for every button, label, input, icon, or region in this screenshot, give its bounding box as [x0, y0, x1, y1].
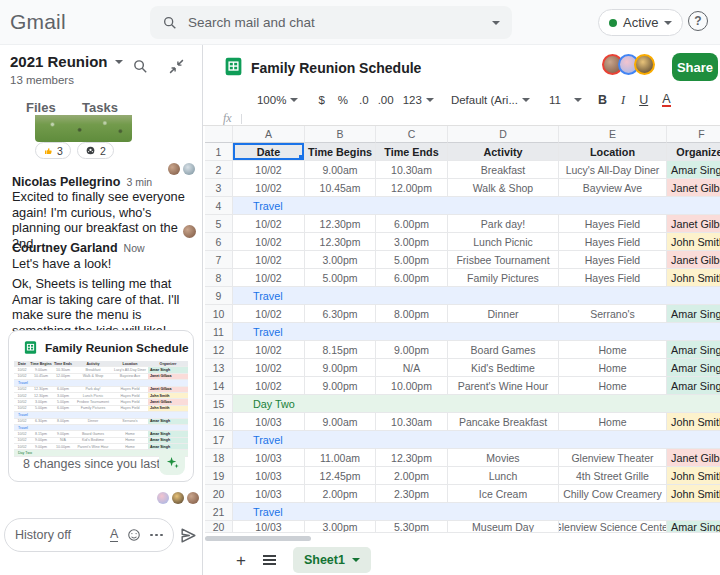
data-cell[interactable]: 10/02 — [233, 359, 305, 377]
data-cell[interactable]: Ice Cream — [448, 485, 559, 503]
data-cell[interactable]: Hayes Field — [559, 251, 667, 269]
font-size-selector[interactable]: 11 — [549, 94, 582, 106]
row-number[interactable]: 15 — [205, 395, 233, 413]
data-cell[interactable]: Hayes Field — [559, 215, 667, 233]
data-cell[interactable]: 5.30pm — [376, 521, 448, 533]
row-number[interactable]: 20 — [205, 485, 233, 503]
zoom-selector[interactable]: 100% — [257, 94, 298, 106]
banner-cell[interactable]: Travel — [233, 323, 720, 341]
data-cell[interactable]: Frisbee Tournament — [448, 251, 559, 269]
row-number[interactable]: 19 — [205, 467, 233, 485]
data-cell[interactable]: 10/03 — [233, 449, 305, 467]
tab-tasks[interactable]: Tasks — [82, 100, 118, 115]
data-cell[interactable]: 12.00pm — [376, 179, 448, 197]
data-cell[interactable]: 10/02 — [233, 161, 305, 179]
sheet-tab[interactable]: Sheet1 — [293, 547, 371, 573]
data-cell[interactable]: 12.45pm — [305, 467, 376, 485]
column-header-E[interactable]: E — [559, 126, 667, 143]
data-cell[interactable]: 10/03 — [233, 521, 305, 533]
data-cell[interactable]: Lunch — [448, 467, 559, 485]
row-number[interactable]: 10 — [205, 305, 233, 323]
data-cell[interactable]: Kid's Bedtime — [448, 359, 559, 377]
share-button[interactable]: Share — [672, 53, 718, 81]
row-number[interactable]: 18 — [205, 449, 233, 467]
tab-files[interactable]: Files — [26, 100, 56, 115]
data-cell[interactable]: 10/02 — [233, 251, 305, 269]
data-cell[interactable]: 10/03 — [233, 485, 305, 503]
row-number[interactable]: 20 — [205, 521, 233, 533]
corner-cell[interactable] — [205, 126, 233, 143]
organizer-cell[interactable]: Amar Singh — [667, 359, 720, 377]
data-cell[interactable]: Park day! — [448, 215, 559, 233]
font-selector[interactable]: Default (Ari... — [451, 94, 530, 106]
number-format-menu[interactable]: 123 — [403, 94, 434, 106]
row-number[interactable]: 14 — [205, 377, 233, 395]
underline-button[interactable]: U — [639, 93, 648, 107]
data-cell[interactable]: Breakfast — [448, 161, 559, 179]
data-cell[interactable]: Home — [559, 413, 667, 431]
data-cell[interactable]: 3.00pm — [305, 521, 376, 533]
data-cell[interactable]: Parent's Wine Hour — [448, 377, 559, 395]
decrease-decimal-button[interactable]: .0 — [359, 94, 369, 106]
data-cell[interactable]: 8.00pm — [376, 305, 448, 323]
organizer-cell[interactable]: Amar Singh — [667, 341, 720, 359]
row-number[interactable]: 5 — [205, 215, 233, 233]
row-number[interactable]: 8 — [205, 269, 233, 287]
organizer-cell[interactable]: Amar Singh — [667, 161, 720, 179]
data-cell[interactable]: 5.00pm — [376, 251, 448, 269]
header-cell-date[interactable]: Date — [233, 143, 305, 161]
reaction-chip[interactable]: 3 — [35, 142, 71, 159]
data-cell[interactable]: Glenview Science Center — [559, 521, 667, 533]
organizer-cell[interactable]: Amar Singh — [667, 521, 720, 533]
reaction-chip[interactable]: 2 — [77, 142, 114, 159]
organizer-cell[interactable]: John Smith — [667, 269, 720, 287]
row-number[interactable]: 13 — [205, 359, 233, 377]
text-color-button[interactable]: A — [662, 93, 670, 107]
data-cell[interactable]: 10/02 — [233, 269, 305, 287]
ai-summary-button[interactable] — [159, 449, 185, 475]
emoji-icon[interactable] — [127, 528, 141, 542]
data-cell[interactable]: 12.30pm — [376, 449, 448, 467]
row-number[interactable]: 6 — [205, 233, 233, 251]
send-icon[interactable] — [179, 526, 198, 545]
banner-cell[interactable]: Travel — [233, 287, 720, 305]
data-cell[interactable]: Home — [559, 377, 667, 395]
data-cell[interactable]: 9.00pm — [305, 359, 376, 377]
shared-photo-thumbnail[interactable] — [35, 115, 132, 142]
organizer-cell[interactable]: Amar Singh — [667, 377, 720, 395]
data-cell[interactable]: 10/02 — [233, 341, 305, 359]
data-cell[interactable]: Pancake Breakfast — [448, 413, 559, 431]
format-percent-button[interactable]: % — [338, 94, 348, 106]
space-name-menu[interactable]: 2021 Reunion — [10, 53, 123, 70]
organizer-cell[interactable]: John Smith — [667, 485, 720, 503]
formula-bar[interactable]: fx — [203, 112, 720, 126]
header-cell-activity[interactable]: Activity — [448, 143, 559, 161]
column-header-C[interactable]: C — [376, 126, 448, 143]
gmail-logo[interactable]: Gmail — [10, 10, 66, 34]
organizer-cell[interactable]: Janet Gilboa — [667, 179, 720, 197]
data-cell[interactable]: 10.30am — [376, 413, 448, 431]
data-cell[interactable]: 2.00pm — [376, 467, 448, 485]
search-bar[interactable] — [150, 6, 512, 39]
row-number[interactable]: 16 — [205, 413, 233, 431]
data-cell[interactable]: Chilly Cow Creamery — [559, 485, 667, 503]
message-compose-bar[interactable]: A — [4, 518, 174, 552]
column-header-F[interactable]: F — [667, 126, 720, 143]
banner-cell[interactable]: Travel — [233, 431, 720, 449]
data-cell[interactable]: 9.00pm — [305, 377, 376, 395]
data-cell[interactable]: 10/02 — [233, 305, 305, 323]
row-number[interactable]: 11 — [205, 323, 233, 341]
data-cell[interactable]: 10.30am — [376, 161, 448, 179]
column-header-A[interactable]: A — [233, 126, 305, 143]
data-cell[interactable]: Lunch Picnic — [448, 233, 559, 251]
format-currency-button[interactable]: $ — [318, 94, 324, 106]
row-number[interactable]: 9 — [205, 287, 233, 305]
search-options-chevron-icon[interactable] — [492, 21, 500, 25]
data-cell[interactable]: 4th Street Grille — [559, 467, 667, 485]
row-number[interactable]: 7 — [205, 251, 233, 269]
data-cell[interactable]: 2.30pm — [376, 485, 448, 503]
data-cell[interactable]: Family Pictures — [448, 269, 559, 287]
organizer-cell[interactable]: John Smith — [667, 233, 720, 251]
add-sheet-icon[interactable]: + — [236, 552, 246, 569]
organizer-cell[interactable]: John Smith — [667, 467, 720, 485]
